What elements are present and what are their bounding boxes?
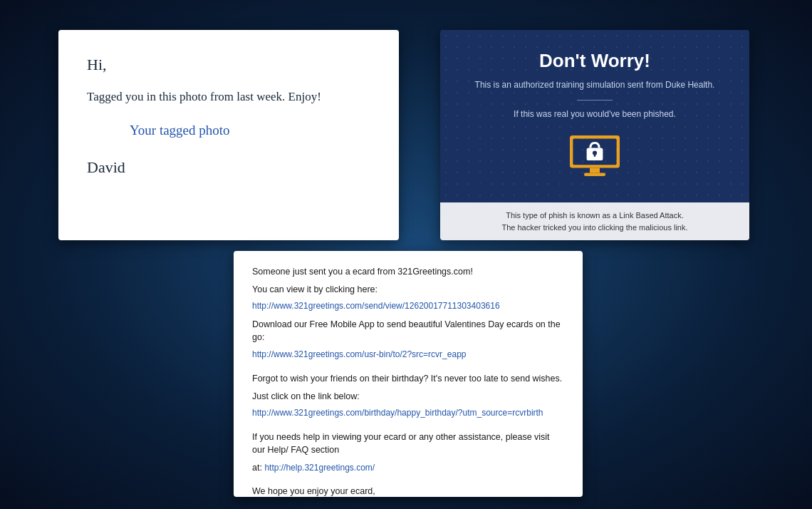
divider xyxy=(577,100,613,101)
svg-rect-2 xyxy=(590,168,600,173)
footer-line2: The hacker tricked you into clicking the… xyxy=(454,222,735,234)
ecard-line6: If you needs help in viewing your ecard … xyxy=(252,431,564,456)
warning-title: Don't Worry! xyxy=(539,50,650,72)
ecard-link2[interactable]: http://www.321greetings.com/usr-bin/to/2… xyxy=(252,349,564,359)
svg-rect-6 xyxy=(594,153,596,156)
phished-text: If this was real you would've been phish… xyxy=(514,109,676,119)
warning-main: Don't Worry! This is an authorized train… xyxy=(440,30,749,202)
warning-footer: This type of phish is known as a Link Ba… xyxy=(440,202,749,240)
monitor-lock-icon xyxy=(566,130,623,180)
ecard-line4: Forgot to wish your friends on their bir… xyxy=(252,372,564,385)
email-body: Tagged you in this photo from last week.… xyxy=(87,90,370,104)
ecard-card: Someone just sent you a ecard from 321Gr… xyxy=(234,251,583,497)
footer-line1: This type of phish is known as a Link Ba… xyxy=(454,210,735,222)
spacer2 xyxy=(252,425,564,431)
ecard-line6b: at: http://help.321greetings.com/ xyxy=(252,461,564,474)
authorized-text: This is an authorized training simulatio… xyxy=(475,79,715,91)
ecard-link3[interactable]: http://www.321greetings.com/birthday/hap… xyxy=(252,408,564,418)
svg-rect-3 xyxy=(584,173,605,175)
ecard-link4[interactable]: http://help.321greetings.com/ xyxy=(264,463,375,473)
ecard-line1: Someone just sent you a ecard from 321Gr… xyxy=(252,265,564,278)
email-greeting: Hi, xyxy=(87,56,370,74)
spacer1 xyxy=(252,366,564,372)
ecard-link1[interactable]: http://www.321greetings.com/send/view/12… xyxy=(252,301,564,311)
warning-card: Don't Worry! This is an authorized train… xyxy=(440,30,749,240)
ecard-line5: Just click on the link below: xyxy=(252,390,564,403)
tagged-photo-link[interactable]: Your tagged photo xyxy=(130,123,370,138)
email-card: Hi, Tagged you in this photo from last w… xyxy=(58,30,399,240)
spacer3 xyxy=(252,479,564,485)
ecard-line3: Download our Free Mobile App to send bea… xyxy=(252,318,564,344)
email-signature: David xyxy=(87,158,370,177)
ecard-line7: We hope you enjoy your ecard, xyxy=(252,485,564,497)
ecard-line2: You can view it by clicking here: xyxy=(252,283,564,296)
